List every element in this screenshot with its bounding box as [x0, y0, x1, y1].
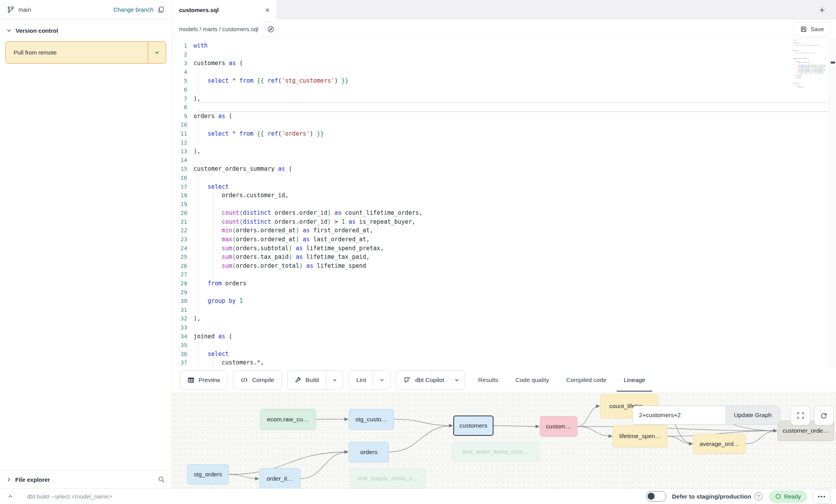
graph-filter-input[interactable]	[633, 406, 726, 424]
fullscreen-button[interactable]	[791, 406, 810, 425]
editor-scrollbar[interactable]	[829, 39, 836, 368]
code-line[interactable]: 25 sum(orders.tax_paid) as lifetime_tax_…	[172, 253, 836, 262]
minimap-line: sum(orders.order_total) as lifetime_spen…	[793, 73, 826, 74]
lint-button[interactable]: Lint	[349, 370, 390, 390]
indent-guide	[213, 218, 213, 226]
code-line[interactable]: 11 select * from {{ ref('orders') }}	[172, 129, 836, 138]
table-icon	[187, 377, 195, 384]
code-editor[interactable]: 1with23customers as (45 select * from {{…	[172, 39, 836, 368]
lineage-node-order_it[interactable]: order_it…	[259, 468, 300, 488]
lint-dropdown-button[interactable]	[373, 371, 390, 389]
code-line[interactable]: 35	[172, 341, 836, 350]
code-line[interactable]: 13),	[172, 147, 836, 156]
panel-tab-code-quality[interactable]: Code quality	[515, 368, 549, 392]
minimap[interactable]: with customers as ( select * from {{ ref…	[793, 40, 826, 88]
lineage-node-lifetime[interactable]: lifetime_spen…	[613, 425, 667, 447]
build-dropdown-button[interactable]	[326, 371, 343, 389]
code-line[interactable]: 17 select	[172, 182, 836, 191]
refresh-button[interactable]	[814, 406, 834, 425]
code-line[interactable]: 18 orders.customer_id,	[172, 191, 836, 200]
panel-tab-compiled-code[interactable]: Compiled code	[566, 368, 606, 392]
lineage-node-average[interactable]: average_ord…	[693, 434, 746, 454]
lineage-node-stg_custo[interactable]: stg_custo…	[349, 409, 394, 430]
editor-scrollbar-thumb[interactable]	[831, 62, 835, 64]
line-number: 1	[172, 41, 193, 50]
change-branch-link[interactable]: Change branch	[113, 6, 153, 13]
code-line[interactable]: 30 group by 1	[172, 297, 836, 306]
code-line[interactable]: 5 select * from {{ ref('stg_customers') …	[172, 76, 836, 85]
line-number: 4	[172, 68, 193, 77]
code-line[interactable]: 9orders as (	[172, 112, 836, 121]
code-line[interactable]: 21 count(distinct orders.order_id) > 1 a…	[172, 218, 836, 226]
copilot-button[interactable]: dbt Copilot	[396, 370, 465, 390]
code-line[interactable]: 2	[172, 50, 836, 59]
code-line[interactable]: 28 from orders	[172, 279, 836, 288]
file-search-icon[interactable]	[158, 476, 165, 483]
command-input[interactable]	[21, 489, 646, 504]
code-line[interactable]: 36 select	[172, 350, 836, 359]
code-line[interactable]: 7),	[172, 94, 836, 103]
panel-tab-lineage[interactable]: Lineage	[624, 368, 645, 392]
preview-button[interactable]: Preview	[180, 370, 227, 390]
lineage-node-ecom[interactable]: ecom.raw_cu…	[260, 409, 316, 430]
editor-tab-customers[interactable]: customers.sql ×	[172, 0, 277, 19]
app-root: main Change branch Version control Pull …	[0, 0, 836, 488]
code-line[interactable]: 34joined as (	[172, 332, 836, 341]
code-line[interactable]: 20 count(distinct orders.order_id) as co…	[172, 209, 836, 218]
defer-toggle[interactable]	[646, 491, 666, 502]
code-line[interactable]: 32),	[172, 314, 836, 323]
code-line[interactable]: 33	[172, 323, 836, 332]
code-line[interactable]: 24 sum(orders.subtotal) as lifetime_spen…	[172, 244, 836, 253]
code-line[interactable]: 4	[172, 68, 836, 77]
tab-close-icon[interactable]: ×	[265, 6, 270, 14]
code-line[interactable]: 27	[172, 270, 836, 279]
line-number: 25	[172, 253, 193, 262]
code-line[interactable]: 1with	[172, 41, 836, 50]
indent-guide	[199, 358, 199, 367]
ready-label: Ready	[784, 493, 801, 500]
code-line[interactable]: 23 max(orders.ordered_at) as last_ordere…	[172, 235, 836, 244]
code-line[interactable]: 3customers as (	[172, 59, 836, 68]
code-line[interactable]: 16	[172, 173, 836, 182]
copy-branch-icon[interactable]	[157, 6, 165, 13]
code-line[interactable]: 29	[172, 288, 836, 297]
indent-guide	[213, 200, 213, 209]
lineage-edge-custom-count_lif	[577, 406, 600, 426]
code-line[interactable]: 22 min(orders.ordered_at) as first_order…	[172, 226, 836, 235]
code-line[interactable]: 6	[172, 85, 836, 94]
save-button[interactable]: Save	[793, 22, 831, 37]
pull-dropdown-button[interactable]	[148, 42, 166, 63]
branch-name: main	[18, 6, 31, 13]
lineage-node-orders[interactable]: orders	[349, 442, 389, 462]
file-navigate-button[interactable]	[263, 22, 279, 37]
help-icon[interactable]: ?	[754, 492, 763, 500]
copilot-dropdown-button[interactable]	[451, 371, 465, 389]
overflow-menu-button[interactable]	[813, 490, 831, 504]
code-line[interactable]: 8	[172, 103, 836, 112]
code-line[interactable]: 15customer_orders_summary as (	[172, 164, 836, 173]
version-control-header[interactable]: Version control	[0, 19, 172, 41]
code-line[interactable]: 26 sum(orders.order_total) as lifetime_s…	[172, 262, 836, 271]
indent-guide	[199, 306, 199, 315]
code-line[interactable]: 14	[172, 156, 836, 165]
lineage-node-test_order_items[interactable]: test_order_items_com…	[452, 442, 540, 462]
pull-from-remote-button[interactable]: Pull from remote	[5, 41, 166, 64]
build-button[interactable]: Build	[287, 370, 343, 390]
panel-tab-results[interactable]: Results	[478, 368, 499, 392]
lineage-node-test_supply[interactable]: test_supply_costs_s…	[350, 468, 426, 488]
code-line[interactable]: 12	[172, 138, 836, 147]
compile-button[interactable]: Compile	[233, 370, 282, 390]
code-line[interactable]: 37 customers.*,	[172, 358, 836, 367]
lineage-canvas[interactable]: ecom.raw_cu…stg_custo…customerscustom…co…	[172, 392, 836, 488]
lineage-node-customers[interactable]: customers	[453, 416, 493, 436]
code-line[interactable]: 10	[172, 120, 836, 129]
indent-guide	[213, 226, 213, 235]
new-tab-button[interactable]: +	[814, 0, 830, 19]
lineage-node-stg_orders[interactable]: stg_orders	[187, 464, 229, 485]
lineage-node-custom[interactable]: custom…	[540, 416, 577, 437]
update-graph-button[interactable]: Update Graph	[726, 406, 779, 424]
code-line[interactable]: 31	[172, 306, 836, 315]
code-line[interactable]: 19	[172, 200, 836, 209]
file-explorer-row[interactable]: File explorer	[0, 470, 172, 488]
command-collapse-button[interactable]	[0, 489, 21, 504]
